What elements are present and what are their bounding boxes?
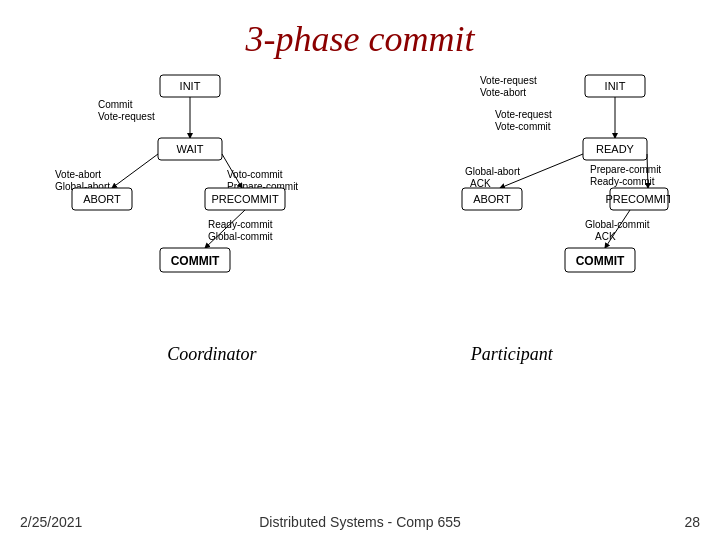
svg-text:Ready-commit: Ready-commit: [590, 176, 655, 187]
svg-text:PRECOMMIT: PRECOMMIT: [605, 193, 670, 205]
svg-text:Commit: Commit: [98, 99, 133, 110]
svg-text:ACK: ACK: [595, 231, 616, 242]
svg-text:READY: READY: [596, 143, 635, 155]
svg-text:ACK: ACK: [470, 178, 491, 189]
coordinator-label: Coordinator: [167, 344, 256, 365]
svg-text:Vote-request: Vote-request: [98, 111, 155, 122]
footer-date: 2/25/2021: [20, 514, 82, 530]
svg-text:ABORT: ABORT: [83, 193, 121, 205]
footer-page: 28: [684, 514, 700, 530]
labels-row: Coordinator Participant: [0, 344, 720, 365]
participant-diagram: INIT Vote-request Vote-abort Vote-reques…: [390, 70, 670, 340]
svg-text:ABORT: ABORT: [473, 193, 511, 205]
footer-center-text: Distributed Systems - Comp 655: [259, 514, 461, 530]
svg-text:INIT: INIT: [180, 80, 201, 92]
svg-text:Vote-request: Vote-request: [480, 75, 537, 86]
svg-text:Global-commit: Global-commit: [208, 231, 273, 242]
svg-text:Global-abort: Global-abort: [465, 166, 520, 177]
svg-text:COMMIT: COMMIT: [171, 254, 220, 268]
svg-text:WAIT: WAIT: [176, 143, 203, 155]
svg-text:PRECOMMIT: PRECOMMIT: [211, 193, 279, 205]
svg-line-7: [112, 154, 158, 188]
footer: 2/25/2021 Distributed Systems - Comp 655…: [0, 514, 720, 530]
participant-label: Participant: [471, 344, 553, 365]
svg-text:Vote-abort: Vote-abort: [480, 87, 526, 98]
page-title: 3-phase commit: [0, 0, 720, 60]
svg-text:Global-commit: Global-commit: [585, 219, 650, 230]
svg-text:Ready-commit: Ready-commit: [208, 219, 273, 230]
svg-text:COMMIT: COMMIT: [576, 254, 625, 268]
svg-text:Vote-request: Vote-request: [495, 109, 552, 120]
svg-text:Voto-commit: Voto-commit: [227, 169, 283, 180]
svg-text:Prepare-commit: Prepare-commit: [590, 164, 661, 175]
svg-text:Vote-abort: Vote-abort: [55, 169, 101, 180]
svg-text:INIT: INIT: [605, 80, 626, 92]
svg-text:Vote-commit: Vote-commit: [495, 121, 551, 132]
coordinator-diagram: INIT Commit Vote-request WAIT Vote-abort: [50, 70, 330, 340]
diagram-area: INIT Commit Vote-request WAIT Vote-abort: [0, 70, 720, 340]
